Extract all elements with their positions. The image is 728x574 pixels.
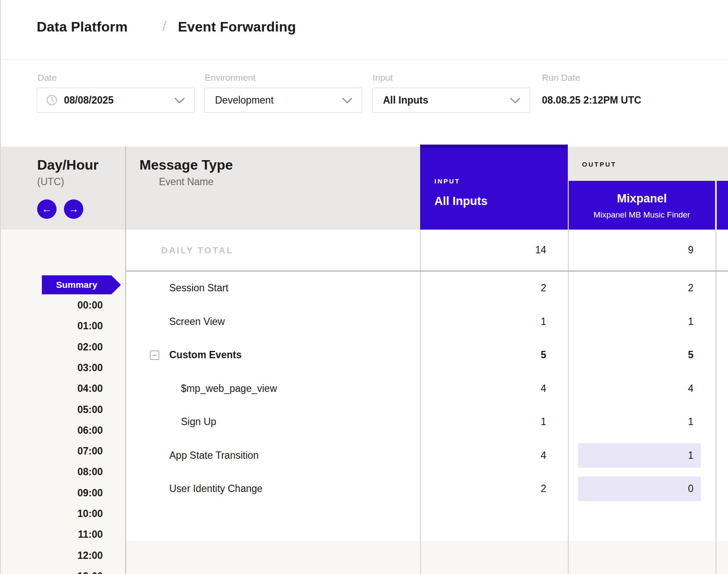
output-count: 4: [688, 372, 693, 405]
environment-filter-label: Environment: [205, 73, 256, 83]
hour-label-0900[interactable]: 09:00: [77, 487, 103, 499]
table-row: Screen View11: [126, 305, 728, 338]
event-name-label: Session Start: [169, 271, 228, 305]
hour-label-0400[interactable]: 04:00: [77, 382, 103, 394]
environment-dropdown[interactable]: Development: [204, 88, 362, 113]
input-section-label: INPUT: [434, 177, 460, 185]
hour-label-0800[interactable]: 08:00: [77, 466, 103, 478]
output-section-label: OUTPUT: [582, 161, 617, 168]
table-row: $mp_web_page_view44: [126, 372, 728, 405]
hour-label-1200[interactable]: 12:00: [77, 549, 103, 561]
chevron-down-icon: [342, 98, 352, 104]
output-column-subtitle: Mixpanel MB Music Finder: [569, 210, 715, 220]
input-count: 2: [541, 472, 546, 505]
daily-total-input-count: 14: [535, 230, 546, 271]
input-column-header[interactable]: INPUT All Inputs: [420, 145, 568, 230]
hour-label-0100[interactable]: 01:00: [77, 320, 103, 332]
run-date-value: 08.08.25 2:12PM UTC: [542, 88, 641, 113]
input-count: 2: [541, 271, 546, 305]
table-row: App State Transition41: [126, 439, 728, 472]
input-count: 1: [541, 305, 546, 338]
event-name-label: Custom Events: [169, 338, 241, 372]
chevron-down-icon: [510, 98, 520, 104]
daily-total-label: DAILY TOTAL: [161, 230, 234, 271]
output-count: 1: [688, 405, 693, 438]
input-value: All Inputs: [383, 88, 428, 112]
hour-label-0200[interactable]: 02:00: [77, 341, 103, 353]
output-column-header[interactable]: Mixpanel Mixpanel MB Music Finder: [569, 181, 715, 230]
chevron-down-icon: [174, 98, 185, 104]
output-count: 0: [688, 476, 693, 501]
input-count: 1: [541, 405, 546, 438]
highlighted-output-cell[interactable]: 0: [578, 476, 701, 501]
hour-label-0600[interactable]: 06:00: [77, 424, 103, 436]
run-date-label: Run Date: [542, 73, 580, 83]
daily-total-row: DAILY TOTAL 14 9: [126, 230, 728, 271]
input-count: 4: [541, 439, 546, 472]
table-row: User Identity Change20: [126, 472, 728, 505]
hour-label-1100[interactable]: 11:00: [78, 528, 103, 540]
table-row: Sign Up11: [126, 405, 728, 438]
hour-label-1300[interactable]: 13:00: [77, 570, 103, 574]
event-name-label: Screen View: [169, 305, 225, 338]
table-row: Session Start22: [126, 271, 728, 305]
event-forwarding-page: Data Platform / Event Forwarding Date En…: [0, 0, 728, 574]
output-count: 2: [688, 271, 693, 305]
breadcrumb-separator: /: [162, 18, 166, 35]
output-count: 1: [688, 305, 693, 338]
output-column-name: Mixpanel: [569, 192, 715, 205]
input-filter-label: Input: [373, 73, 393, 83]
page-title: Event Forwarding: [178, 19, 296, 35]
event-name-label: Sign Up: [181, 405, 216, 438]
hour-label-0700[interactable]: 07:00: [77, 445, 103, 457]
output-count: 1: [688, 443, 693, 468]
collapse-minus-icon[interactable]: −: [150, 350, 159, 360]
footer-band: [126, 541, 728, 574]
message-type-column-subtitle: Event Name: [159, 176, 214, 188]
hour-label-0500[interactable]: 05:00: [77, 404, 103, 416]
event-name-label: $mp_web_page_view: [181, 372, 277, 405]
output-count: 5: [688, 338, 693, 372]
input-dropdown[interactable]: All Inputs: [372, 88, 530, 113]
hour-label-0300[interactable]: 03:00: [77, 362, 103, 374]
selected-column-strip: [420, 145, 568, 148]
input-count: 5: [541, 338, 546, 372]
next-output-column-partial: [717, 181, 728, 230]
event-name-label: App State Transition: [169, 439, 259, 472]
event-name-label: User Identity Change: [169, 472, 263, 505]
input-column-name: All Inputs: [434, 195, 487, 208]
hour-list: 00:0001:0002:0003:0004:0005:0006:0007:00…: [1, 0, 125, 574]
table-row: −Custom Events55: [126, 338, 728, 372]
message-type-column-title: Message Type: [139, 157, 233, 173]
daily-total-output-count: 9: [688, 230, 693, 271]
input-count: 4: [541, 372, 546, 405]
highlighted-output-cell[interactable]: 1: [578, 443, 701, 468]
hour-label-0000[interactable]: 00:00: [77, 299, 103, 311]
environment-value: Development: [215, 88, 274, 112]
hour-label-1000[interactable]: 10:00: [77, 508, 103, 520]
